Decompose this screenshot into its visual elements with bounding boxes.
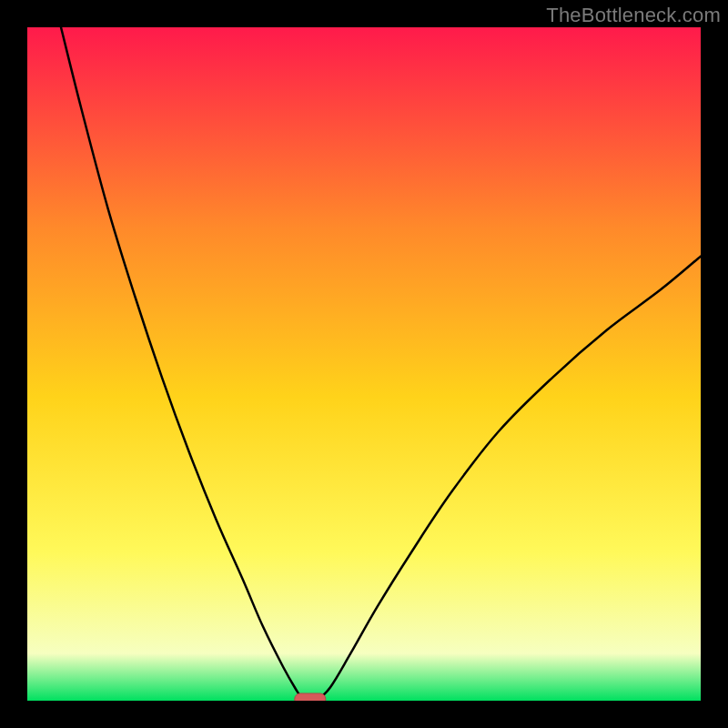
optimal-marker xyxy=(295,693,326,701)
gradient-background xyxy=(27,27,701,701)
chart-frame xyxy=(27,27,701,701)
bottleneck-chart xyxy=(27,27,701,701)
watermark-text: TheBottleneck.com xyxy=(546,4,721,27)
